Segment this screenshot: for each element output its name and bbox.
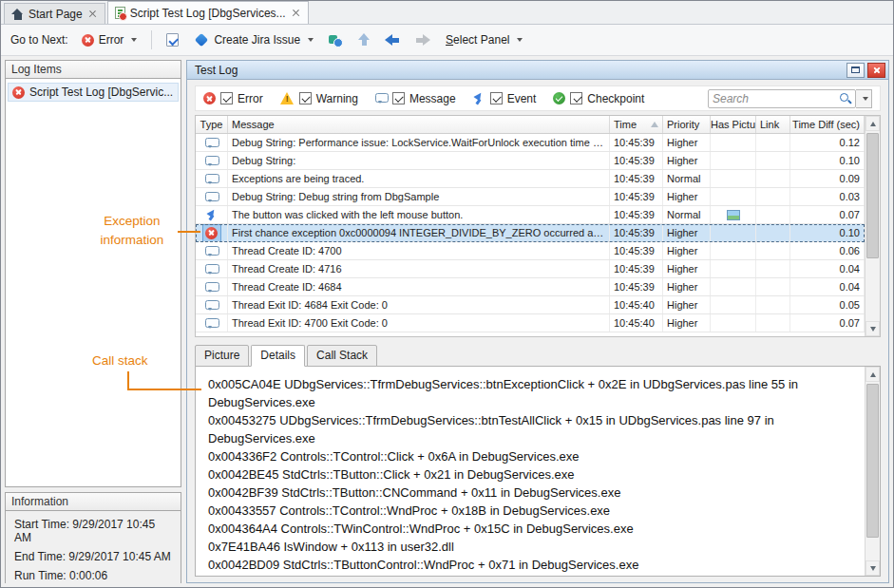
close-panel-button[interactable]: [867, 63, 885, 78]
create-jira-issue-label: Create Jira Issue: [214, 33, 300, 47]
log-row[interactable]: Thread Exit ID: 4700 Exit Code: 010:45:4…: [196, 314, 865, 332]
log-row[interactable]: Debug String: Performance issue: LockSer…: [196, 134, 865, 152]
column-label: Time: [614, 119, 637, 130]
row-time-cell: 10:45:39: [610, 278, 663, 295]
warning-filter-checkbox[interactable]: [299, 92, 312, 104]
row-priority-cell: Higher: [663, 296, 711, 313]
row-time-diff-cell: 0.05: [790, 296, 865, 313]
row-priority-cell: Higher: [663, 134, 711, 151]
tab-picture[interactable]: Picture: [195, 345, 249, 367]
log-row[interactable]: Thread Create ID: 471610:45:39Higher0.04: [196, 260, 865, 278]
callstack-line: 0x0042BE45 StdCtrls::TButton::Click + 0x…: [208, 465, 859, 484]
column-header-link[interactable]: Link: [756, 116, 790, 133]
column-header-message[interactable]: Message: [228, 116, 610, 133]
log-row[interactable]: Thread Exit ID: 4684 Exit Code: 010:45:4…: [196, 296, 865, 314]
column-header-priority[interactable]: Priority: [663, 116, 711, 133]
log-item[interactable]: Script Test Log [DbgServic...: [8, 83, 179, 102]
column-header-time-diff[interactable]: Time Diff (sec): [790, 116, 865, 133]
tab-script-test-log-label: Script Test Log [DbgServices...: [130, 7, 286, 20]
table-scrollbar[interactable]: [865, 116, 880, 336]
row-priority-cell: Higher: [663, 260, 711, 277]
row-link-cell: [756, 188, 790, 205]
event-filter-checkbox[interactable]: [490, 92, 503, 104]
window-position-button[interactable]: [846, 63, 865, 78]
error-icon: [82, 34, 94, 47]
forward-button[interactable]: [409, 29, 437, 51]
up-one-level-button[interactable]: [352, 28, 376, 51]
down-arrow-icon: [870, 566, 876, 571]
back-button[interactable]: [378, 29, 407, 51]
error-filter-checkbox[interactable]: [220, 92, 233, 104]
log-row[interactable]: Debug String: Debug string from DbgSampl…: [196, 188, 865, 206]
scrollbar-track[interactable]: [865, 131, 880, 321]
error-filter-label: Error: [238, 92, 263, 105]
row-type-cell: [196, 260, 228, 277]
log-row[interactable]: Exceptions are being traced.10:45:39Norm…: [196, 170, 865, 188]
scroll-down-button[interactable]: [865, 321, 880, 336]
tab-start-page[interactable]: Start Page: [4, 3, 105, 24]
scrollbar-track[interactable]: [865, 382, 880, 560]
test-log-titlebar[interactable]: Test Log: [187, 61, 888, 80]
row-time-diff-cell: 0.12: [790, 134, 865, 151]
column-header-has-picture[interactable]: Has Pictu: [711, 116, 756, 133]
message-filter-checkbox[interactable]: [392, 92, 405, 104]
search-options-dropdown[interactable]: [856, 89, 872, 108]
issue-tracking-button[interactable]: [322, 28, 350, 52]
checkpoint-filter-checkbox[interactable]: [570, 92, 582, 104]
scroll-up-button[interactable]: [865, 367, 880, 382]
goto-next-error-dropdown[interactable]: Error: [75, 28, 144, 51]
chevron-down-icon: [308, 38, 314, 42]
column-header-type[interactable]: Type: [196, 116, 228, 133]
row-message-cell: Thread Exit ID: 4684 Exit Code: 0: [228, 296, 610, 313]
message-icon: [205, 173, 218, 184]
search-box[interactable]: [708, 89, 856, 108]
tab-script-test-log[interactable]: Script Test Log [DbgServices...: [107, 1, 309, 24]
checkpoint-icon: [553, 92, 565, 104]
create-jira-issue-button[interactable]: Create Jira Issue: [187, 28, 320, 51]
search-area: [708, 89, 872, 108]
tab-call-stack[interactable]: Call Stack: [307, 345, 377, 367]
checkpoint-filter-label: Checkpoint: [587, 92, 644, 105]
select-panel-dropdown[interactable]: Select Panel: [439, 28, 529, 51]
log-row[interactable]: First chance exception 0xc0000094 INTEGE…: [196, 224, 865, 242]
close-tab-icon[interactable]: [87, 9, 98, 19]
post-issue-button[interactable]: [160, 28, 185, 51]
row-message-cell: Exceptions are being traced.: [228, 170, 610, 187]
row-link-cell: [756, 170, 790, 187]
warning-filter-label: Warning: [316, 92, 358, 105]
row-time-cell: 10:45:39: [610, 206, 663, 223]
row-link-cell: [756, 134, 790, 151]
row-priority-cell: Higher: [663, 224, 711, 241]
error-icon: [203, 92, 216, 104]
row-has-picture-cell: [711, 242, 756, 259]
row-type-cell: [196, 314, 228, 332]
test-log-content: Error Warning Message: [187, 80, 888, 582]
log-row[interactable]: Thread Create ID: 470010:45:39Higher0.06: [196, 242, 865, 260]
row-priority-cell: Higher: [663, 314, 711, 332]
filter-event: Event: [473, 92, 537, 105]
row-time-diff-cell: 0.10: [790, 152, 865, 169]
column-header-time[interactable]: Time: [610, 116, 663, 133]
search-input[interactable]: [713, 92, 839, 105]
row-type-cell: [196, 152, 228, 169]
scrollbar-thumb[interactable]: [866, 384, 879, 538]
log-row[interactable]: Thread Create ID: 468410:45:39Higher0.04: [196, 278, 865, 296]
log-items-header: Log Items: [6, 61, 181, 79]
tab-details[interactable]: Details: [251, 345, 305, 367]
scroll-down-button[interactable]: [865, 560, 880, 576]
scrollbar-thumb[interactable]: [866, 133, 879, 258]
row-time-diff-cell: 0.07: [790, 314, 865, 332]
picture-thumbnail-icon[interactable]: [727, 210, 740, 220]
row-time-diff-cell: 0.04: [790, 260, 865, 277]
log-row[interactable]: Debug String:10:45:39Higher0.10: [196, 152, 865, 170]
details-scrollbar[interactable]: [865, 367, 880, 576]
message-filter-label: Message: [409, 92, 456, 105]
row-message-cell: Thread Create ID: 4716: [228, 260, 610, 277]
row-link-cell: [756, 278, 790, 295]
row-type-cell: [196, 206, 228, 223]
row-priority-cell: Higher: [663, 152, 711, 169]
scroll-up-button[interactable]: [865, 116, 880, 131]
log-row[interactable]: The button was clicked with the left mou…: [196, 206, 865, 224]
log-items-panel: Log Items Script Test Log [DbgServic...: [5, 60, 181, 487]
close-tab-icon[interactable]: [291, 8, 301, 18]
